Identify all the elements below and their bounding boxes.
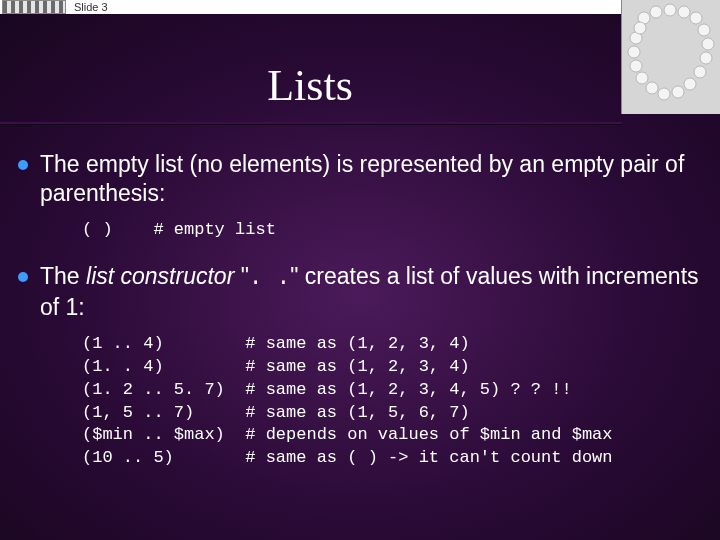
- svg-point-11: [672, 86, 684, 98]
- svg-point-15: [630, 60, 642, 72]
- slide-body: The empty list (no elements) is represen…: [18, 150, 702, 490]
- text-run-mono: . .: [249, 265, 290, 291]
- svg-point-12: [658, 88, 670, 100]
- svg-point-13: [646, 82, 658, 94]
- svg-point-16: [628, 46, 640, 58]
- bullet-text: The list constructor ". ." creates a lis…: [40, 262, 702, 323]
- bullet-item: The list constructor ". ." creates a lis…: [18, 262, 702, 323]
- bullet-item: The empty list (no elements) is represen…: [18, 150, 702, 209]
- bullet-dot-icon: [18, 272, 28, 282]
- title-underline: [0, 122, 622, 124]
- svg-point-7: [702, 38, 714, 50]
- slide-title: Lists: [0, 60, 620, 111]
- top-bar: Slide 3: [0, 0, 720, 14]
- svg-point-10: [684, 78, 696, 90]
- slide-number-label: Slide 3: [74, 1, 108, 13]
- pearl-necklace-icon: [621, 0, 720, 114]
- company-logo: [2, 0, 66, 14]
- text-run: ": [234, 263, 249, 289]
- svg-point-14: [636, 72, 648, 84]
- svg-point-4: [678, 6, 690, 18]
- slide: Slide 3 Lists The empty list (no element…: [0, 0, 720, 540]
- text-run-italic: list constructor: [86, 263, 234, 289]
- svg-point-3: [664, 4, 676, 16]
- svg-point-9: [694, 66, 706, 78]
- bullet-text: The empty list (no elements) is represen…: [40, 150, 702, 209]
- svg-point-5: [690, 12, 702, 24]
- svg-point-8: [700, 52, 712, 64]
- code-block: (1 .. 4) # same as (1, 2, 3, 4) (1. . 4)…: [82, 333, 702, 471]
- svg-point-6: [698, 24, 710, 36]
- text-run: The: [40, 263, 86, 289]
- svg-point-18: [634, 22, 646, 34]
- svg-point-2: [650, 6, 662, 18]
- code-block: ( ) # empty list: [82, 219, 702, 242]
- bullet-dot-icon: [18, 160, 28, 170]
